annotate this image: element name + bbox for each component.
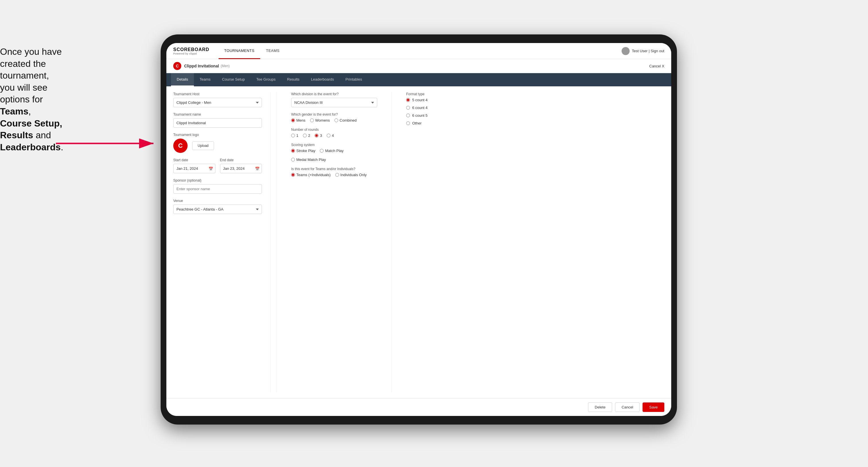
format-6count5[interactable]: 6 count 5: [406, 113, 472, 118]
right-column: Format type 5 count 4 6 count 4: [398, 92, 472, 393]
logo-title: SCOREBOARD: [173, 47, 209, 52]
rounds-1[interactable]: 1: [291, 133, 298, 138]
divider-mid-right: [392, 92, 392, 393]
teams-label: Is this event for Teams and/or Individua…: [291, 167, 377, 171]
format-6count5-radio[interactable]: [406, 114, 410, 117]
gender-combined-radio[interactable]: [335, 119, 338, 122]
teams-plus-label: Teams (+Individuals): [296, 173, 331, 177]
format-5count4-label: 5 count 4: [412, 98, 428, 102]
columns-wrapper: Tournament Host Clippd College - Men Tou…: [166, 86, 671, 398]
nav-link-tournaments[interactable]: TOURNAMENTS: [219, 43, 260, 59]
rounds-2-radio[interactable]: [303, 134, 307, 137]
rounds-1-label: 1: [296, 133, 298, 138]
teams-group: Is this event for Teams and/or Individua…: [291, 167, 377, 177]
division-select[interactable]: NCAA Division III: [291, 98, 377, 107]
venue-label: Venue: [173, 199, 262, 203]
end-calendar-icon: 📅: [255, 166, 259, 171]
format-6count4-label: 6 count 4: [412, 105, 428, 110]
gender-mens-radio[interactable]: [291, 119, 295, 122]
format-group: Format type 5 count 4 6 count 4: [406, 92, 472, 125]
logo-area: SCOREBOARD Powered by clippd: [173, 47, 209, 55]
teams-plus-individuals[interactable]: Teams (+Individuals): [291, 173, 331, 177]
venue-group: Venue Peachtree GC - Atlanta - GA: [173, 199, 262, 214]
rounds-4-label: 4: [332, 133, 334, 138]
format-6count4[interactable]: 6 count 4: [406, 105, 472, 110]
gender-mens-label: Mens: [296, 118, 306, 123]
nav-link-teams[interactable]: TEAMS: [260, 43, 285, 59]
tablet-device: SCOREBOARD Powered by clippd TOURNAMENTS…: [161, 34, 677, 425]
user-avatar: [622, 47, 630, 55]
cancel-button[interactable]: Cancel: [615, 402, 640, 412]
tab-teams[interactable]: Teams: [194, 73, 216, 86]
end-date-wrapper: 📅: [220, 164, 262, 173]
rounds-3[interactable]: 3: [315, 133, 322, 138]
teams-plus-radio[interactable]: [291, 173, 295, 177]
cancel-x-button[interactable]: Cancel X: [649, 64, 664, 68]
format-5count4-radio[interactable]: [406, 98, 410, 102]
gender-womens[interactable]: Womens: [310, 118, 330, 123]
gender-combined-label: Combined: [340, 118, 356, 123]
scoring-stroke-radio[interactable]: [291, 149, 295, 153]
middle-column: Which division is the event for? NCAA Di…: [283, 92, 386, 393]
rounds-label: Number of rounds: [291, 128, 377, 132]
rounds-1-radio[interactable]: [291, 134, 295, 137]
start-date-wrapper: 📅: [173, 164, 215, 173]
start-date-group: Start date 📅: [173, 158, 215, 173]
gender-combined[interactable]: Combined: [335, 118, 356, 123]
division-group: Which division is the event for? NCAA Di…: [291, 92, 377, 107]
gender-label: Which gender is the event for?: [291, 113, 377, 117]
start-date-label: Start date: [173, 158, 215, 162]
scoring-stroke-label: Stroke Play: [296, 149, 315, 153]
arrow-pointer: [56, 129, 165, 158]
format-other[interactable]: Other: [406, 121, 472, 125]
scoring-match-radio[interactable]: [320, 149, 323, 153]
action-bar: Delete Cancel Save: [166, 398, 671, 416]
tournament-name-group: Tournament name: [173, 113, 262, 128]
tab-leaderboards[interactable]: Leaderboards: [305, 73, 340, 86]
scoring-medal-radio[interactable]: [291, 158, 295, 161]
sponsor-input[interactable]: [173, 184, 262, 194]
gender-radio-group: Mens Womens Combined: [291, 118, 377, 123]
instruction-line: Once you havecreated thetournament,you w…: [0, 46, 62, 104]
format-label: Format type: [406, 92, 472, 96]
individuals-only[interactable]: Individuals Only: [335, 173, 367, 177]
scoring-match[interactable]: Match Play: [320, 149, 343, 153]
nav-user-area: Test User | Sign out: [622, 47, 664, 55]
rounds-group: Number of rounds 1 2: [291, 128, 377, 138]
logo-upload-area: C Upload: [173, 138, 262, 153]
save-button[interactable]: Save: [643, 402, 664, 412]
name-input[interactable]: [173, 118, 262, 128]
date-row: Start date 📅 End date 📅: [173, 158, 262, 179]
tab-tee-groups[interactable]: Tee Groups: [251, 73, 281, 86]
tab-course-setup[interactable]: Course Setup: [216, 73, 251, 86]
end-date-label: End date: [220, 158, 262, 162]
scoring-label: Scoring system: [291, 143, 377, 147]
scoring-stroke[interactable]: Stroke Play: [291, 149, 315, 153]
scoring-medal[interactable]: Medal Match Play: [291, 157, 326, 162]
logo-icon: C: [173, 138, 188, 153]
user-text[interactable]: Test User | Sign out: [632, 49, 664, 53]
rounds-4-radio[interactable]: [327, 134, 331, 137]
instruction-panel: Once you havecreated thetournament,you w…: [0, 46, 66, 153]
host-select[interactable]: Clippd College - Men: [173, 98, 262, 107]
gender-womens-radio[interactable]: [310, 119, 314, 122]
instruction-bold-teams: Teams: [0, 106, 28, 117]
format-other-radio[interactable]: [406, 121, 410, 125]
tablet-screen: SCOREBOARD Powered by clippd TOURNAMENTS…: [166, 43, 671, 416]
tournament-logo-group: Tournament logo C Upload: [173, 133, 262, 153]
rounds-3-radio[interactable]: [315, 134, 318, 137]
gender-mens[interactable]: Mens: [291, 118, 306, 123]
tab-printables[interactable]: Printables: [340, 73, 368, 86]
individuals-only-radio[interactable]: [335, 173, 339, 177]
format-5count4[interactable]: 5 count 4: [406, 98, 472, 102]
upload-button[interactable]: Upload: [192, 142, 214, 150]
rounds-2[interactable]: 2: [303, 133, 310, 138]
instruction-bold-results: Results: [0, 130, 33, 140]
delete-button[interactable]: Delete: [588, 402, 612, 412]
tab-results[interactable]: Results: [281, 73, 305, 86]
tab-details[interactable]: Details: [171, 73, 194, 86]
format-6count4-radio[interactable]: [406, 106, 410, 110]
rounds-4[interactable]: 4: [327, 133, 334, 138]
top-navigation: SCOREBOARD Powered by clippd TOURNAMENTS…: [166, 43, 671, 59]
venue-select[interactable]: Peachtree GC - Atlanta - GA: [173, 205, 262, 214]
